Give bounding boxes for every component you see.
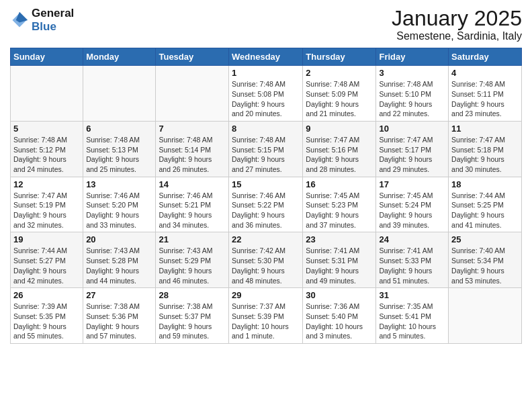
day-info: Sunrise: 7:37 AM Sunset: 5:39 PM Dayligh… [232,302,300,341]
week-row-2: 5Sunrise: 7:48 AM Sunset: 5:12 PM Daylig… [11,121,522,177]
day-info: Sunrise: 7:47 AM Sunset: 5:19 PM Dayligh… [13,191,80,230]
title-block: January 2025 Semestene, Sardinia, Italy [392,7,522,42]
weekday-header-saturday: Saturday [449,48,522,66]
day-number: 2 [306,68,373,78]
day-info: Sunrise: 7:45 AM Sunset: 5:23 PM Dayligh… [306,191,373,230]
empty-cell [449,288,522,344]
day-cell-5: 5Sunrise: 7:48 AM Sunset: 5:12 PM Daylig… [11,121,83,177]
day-cell-22: 22Sunrise: 7:42 AM Sunset: 5:30 PM Dayli… [229,232,303,288]
day-number: 29 [232,290,300,300]
day-cell-28: 28Sunrise: 7:38 AM Sunset: 5:37 PM Dayli… [156,288,229,344]
empty-cell [11,66,83,122]
day-cell-2: 2Sunrise: 7:48 AM Sunset: 5:09 PM Daylig… [303,66,376,122]
logo-icon [10,11,29,30]
weekday-header-thursday: Thursday [303,48,376,66]
day-info: Sunrise: 7:48 AM Sunset: 5:11 PM Dayligh… [451,79,519,119]
day-info: Sunrise: 7:41 AM Sunset: 5:33 PM Dayligh… [379,246,445,285]
day-cell-29: 29Sunrise: 7:37 AM Sunset: 5:39 PM Dayli… [229,288,303,344]
day-info: Sunrise: 7:48 AM Sunset: 5:08 PM Dayligh… [232,79,300,119]
day-info: Sunrise: 7:48 AM Sunset: 5:13 PM Dayligh… [86,135,152,175]
day-info: Sunrise: 7:43 AM Sunset: 5:29 PM Dayligh… [159,246,226,285]
day-number: 4 [451,68,519,78]
day-cell-15: 15Sunrise: 7:46 AM Sunset: 5:22 PM Dayli… [229,177,303,232]
day-cell-27: 27Sunrise: 7:38 AM Sunset: 5:36 PM Dayli… [83,288,156,344]
weekday-header-row: SundayMondayTuesdayWednesdayThursdayFrid… [11,48,522,66]
day-info: Sunrise: 7:46 AM Sunset: 5:21 PM Dayligh… [159,191,226,230]
day-number: 24 [379,234,445,244]
day-number: 13 [86,179,152,189]
day-cell-4: 4Sunrise: 7:48 AM Sunset: 5:11 PM Daylig… [449,66,522,122]
day-info: Sunrise: 7:48 AM Sunset: 5:12 PM Dayligh… [13,135,80,175]
day-cell-7: 7Sunrise: 7:48 AM Sunset: 5:14 PM Daylig… [156,121,229,177]
month-title: January 2025 [392,7,522,30]
day-number: 6 [86,124,152,134]
day-number: 3 [379,68,445,78]
day-cell-31: 31Sunrise: 7:35 AM Sunset: 5:41 PM Dayli… [376,288,449,344]
day-info: Sunrise: 7:46 AM Sunset: 5:22 PM Dayligh… [232,191,300,230]
day-info: Sunrise: 7:43 AM Sunset: 5:28 PM Dayligh… [86,246,152,285]
day-number: 19 [13,234,80,244]
day-info: Sunrise: 7:47 AM Sunset: 5:18 PM Dayligh… [451,135,519,175]
day-info: Sunrise: 7:45 AM Sunset: 5:24 PM Dayligh… [379,191,445,230]
day-cell-20: 20Sunrise: 7:43 AM Sunset: 5:28 PM Dayli… [83,232,156,288]
day-number: 21 [159,234,226,244]
logo-text: General Blue [32,7,74,33]
day-info: Sunrise: 7:48 AM Sunset: 5:14 PM Dayligh… [159,135,226,175]
day-info: Sunrise: 7:38 AM Sunset: 5:37 PM Dayligh… [159,302,226,341]
day-number: 8 [232,124,300,134]
weekday-header-monday: Monday [83,48,156,66]
day-number: 15 [232,179,300,189]
day-number: 17 [379,179,445,189]
day-number: 25 [451,234,519,244]
day-info: Sunrise: 7:39 AM Sunset: 5:35 PM Dayligh… [13,302,80,341]
day-cell-12: 12Sunrise: 7:47 AM Sunset: 5:19 PM Dayli… [11,177,83,232]
day-info: Sunrise: 7:48 AM Sunset: 5:10 PM Dayligh… [379,79,445,119]
logo: General Blue [10,7,74,33]
day-cell-16: 16Sunrise: 7:45 AM Sunset: 5:23 PM Dayli… [303,177,376,232]
day-number: 12 [13,179,80,189]
calendar-table: SundayMondayTuesdayWednesdayThursdayFrid… [10,48,522,344]
day-info: Sunrise: 7:40 AM Sunset: 5:34 PM Dayligh… [451,246,519,285]
day-number: 27 [86,290,152,300]
day-cell-23: 23Sunrise: 7:41 AM Sunset: 5:31 PM Dayli… [303,232,376,288]
day-info: Sunrise: 7:35 AM Sunset: 5:41 PM Dayligh… [379,302,445,341]
day-cell-19: 19Sunrise: 7:44 AM Sunset: 5:27 PM Dayli… [11,232,83,288]
day-number: 28 [159,290,226,300]
day-number: 10 [379,124,445,134]
empty-cell [83,66,156,122]
weekday-header-tuesday: Tuesday [156,48,229,66]
day-info: Sunrise: 7:41 AM Sunset: 5:31 PM Dayligh… [306,246,373,285]
day-number: 1 [232,68,300,78]
day-info: Sunrise: 7:44 AM Sunset: 5:27 PM Dayligh… [13,246,80,285]
day-number: 18 [451,179,519,189]
day-info: Sunrise: 7:44 AM Sunset: 5:25 PM Dayligh… [451,191,519,230]
day-info: Sunrise: 7:42 AM Sunset: 5:30 PM Dayligh… [232,246,300,285]
day-cell-24: 24Sunrise: 7:41 AM Sunset: 5:33 PM Dayli… [376,232,449,288]
weekday-header-sunday: Sunday [11,48,83,66]
day-cell-6: 6Sunrise: 7:48 AM Sunset: 5:13 PM Daylig… [83,121,156,177]
day-cell-18: 18Sunrise: 7:44 AM Sunset: 5:25 PM Dayli… [449,177,522,232]
day-number: 20 [86,234,152,244]
day-cell-25: 25Sunrise: 7:40 AM Sunset: 5:34 PM Dayli… [449,232,522,288]
weekday-header-friday: Friday [376,48,449,66]
day-cell-13: 13Sunrise: 7:46 AM Sunset: 5:20 PM Dayli… [83,177,156,232]
day-cell-14: 14Sunrise: 7:46 AM Sunset: 5:21 PM Dayli… [156,177,229,232]
day-number: 5 [13,124,80,134]
day-cell-17: 17Sunrise: 7:45 AM Sunset: 5:24 PM Dayli… [376,177,449,232]
week-row-1: 1Sunrise: 7:48 AM Sunset: 5:08 PM Daylig… [11,66,522,122]
day-cell-10: 10Sunrise: 7:47 AM Sunset: 5:17 PM Dayli… [376,121,449,177]
day-info: Sunrise: 7:46 AM Sunset: 5:20 PM Dayligh… [86,191,152,230]
day-info: Sunrise: 7:48 AM Sunset: 5:15 PM Dayligh… [232,135,300,175]
svg-marker-1 [16,11,28,22]
day-cell-11: 11Sunrise: 7:47 AM Sunset: 5:18 PM Dayli… [449,121,522,177]
day-info: Sunrise: 7:36 AM Sunset: 5:40 PM Dayligh… [306,302,373,341]
day-number: 23 [306,234,373,244]
day-number: 16 [306,179,373,189]
day-cell-9: 9Sunrise: 7:47 AM Sunset: 5:16 PM Daylig… [303,121,376,177]
day-number: 11 [451,124,519,134]
day-info: Sunrise: 7:47 AM Sunset: 5:16 PM Dayligh… [306,135,373,175]
location: Semestene, Sardinia, Italy [392,30,522,42]
day-number: 9 [306,124,373,134]
day-cell-30: 30Sunrise: 7:36 AM Sunset: 5:40 PM Dayli… [303,288,376,344]
week-row-3: 12Sunrise: 7:47 AM Sunset: 5:19 PM Dayli… [11,177,522,232]
